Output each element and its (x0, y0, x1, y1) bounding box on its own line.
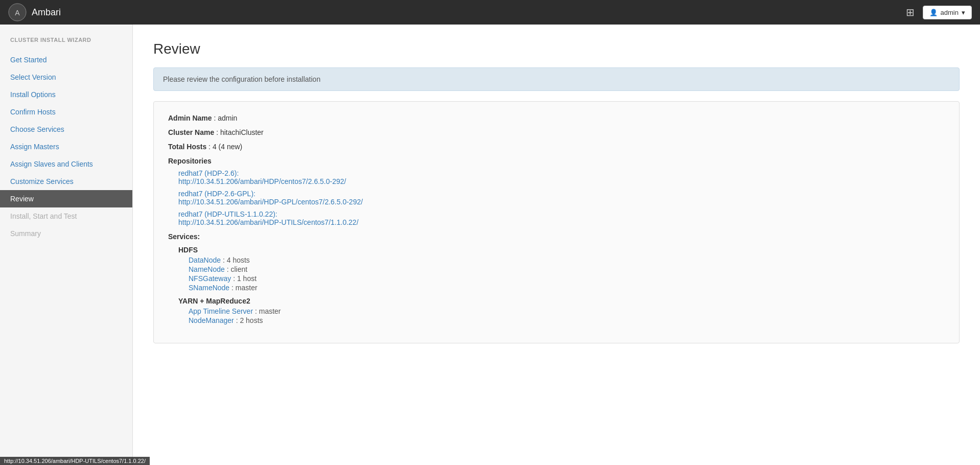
review-box[interactable]: Admin Name : admin Cluster Name : hitach… (153, 101, 960, 343)
service-group-hdfs: HDFS (178, 246, 945, 254)
sidebar-item-confirm-hosts[interactable]: Confirm Hosts (0, 103, 132, 121)
brand: A Ambari (8, 3, 61, 21)
caret-down-icon: ▾ (962, 9, 965, 16)
sidebar-item-summary: Summary (0, 225, 132, 242)
services-field: Services: HDFS DataNode : 4 hosts NameNo… (168, 232, 945, 324)
repositories-field: Repositories redhat7 (HDP-2.6): http://1… (168, 157, 945, 226)
services-label: Services: (168, 232, 945, 241)
sidebar-item-customize-services[interactable]: Customize Services (0, 173, 132, 190)
sidebar-item-get-started[interactable]: Get Started (0, 51, 132, 68)
service-component-snamenode: SNameNode : master (189, 284, 945, 292)
navbar: A Ambari ⊞ 👤 admin ▾ (0, 0, 980, 25)
main-content: Review Please review the configuration b… (133, 25, 980, 465)
admin-button[interactable]: 👤 admin ▾ (923, 6, 972, 19)
main-layout: CLUSTER INSTALL WIZARD Get Started Selec… (0, 25, 980, 465)
page-title: Review (153, 41, 960, 57)
total-hosts-value: 4 (4 new) (213, 143, 242, 151)
repo-hdp26-name: redhat7 (HDP-2.6): (178, 169, 239, 177)
repo-hdp26-gpl: redhat7 (HDP-2.6-GPL): http://10.34.51.2… (178, 190, 945, 206)
admin-name-field: Admin Name : admin (168, 114, 945, 122)
ambari-logo: A (8, 3, 27, 21)
service-component-datanode: DataNode : 4 hosts (189, 256, 945, 264)
total-hosts-field: Total Hosts : 4 (4 new) (168, 143, 945, 151)
status-bar: http://10.34.51.206/ambari/HDP-UTILS/cen… (0, 457, 150, 465)
cluster-name-value: hitachiCluster (220, 128, 264, 136)
sidebar-item-assign-slaves[interactable]: Assign Slaves and Clients (0, 155, 132, 173)
repositories-label: Repositories (168, 157, 945, 165)
services-block: HDFS DataNode : 4 hosts NameNode : clien… (178, 246, 945, 324)
sidebar-item-install-options[interactable]: Install Options (0, 86, 132, 103)
repo-hdp-utils-url: http://10.34.51.206/ambari/HDP-UTILS/cen… (178, 218, 945, 226)
admin-label: admin (941, 9, 959, 16)
repo-hdp26-gpl-url: http://10.34.51.206/ambari/HDP-GPL/cento… (178, 198, 945, 206)
sidebar-item-select-version[interactable]: Select Version (0, 68, 132, 86)
repo-hdp-utils-name: redhat7 (HDP-UTILS-1.1.0.22): (178, 210, 277, 218)
sidebar-section-title: CLUSTER INSTALL WIZARD (0, 37, 132, 51)
service-component-namenode: NameNode : client (189, 265, 945, 273)
user-icon: 👤 (929, 9, 938, 16)
repo-hdp26-gpl-name: redhat7 (HDP-2.6-GPL): (178, 190, 255, 198)
service-component-nfsgateway: NFSGateway : 1 host (189, 274, 945, 283)
service-group-yarn: YARN + MapReduce2 (178, 297, 945, 305)
sidebar-item-install-start-test: Install, Start and Test (0, 207, 132, 225)
admin-name-value: admin (218, 114, 237, 122)
repo-hdp-utils: redhat7 (HDP-UTILS-1.1.0.22): http://10.… (178, 210, 945, 226)
repo-hdp26-url: http://10.34.51.206/ambari/HDP/centos7/2… (178, 177, 945, 185)
sidebar-item-assign-masters[interactable]: Assign Masters (0, 138, 132, 155)
navbar-right: ⊞ 👤 admin ▾ (906, 6, 972, 19)
svg-text:A: A (15, 9, 20, 17)
info-banner: Please review the configuration before i… (153, 67, 960, 91)
brand-name: Ambari (32, 7, 61, 18)
service-component-app-timeline: App Timeline Server : master (189, 307, 945, 315)
total-hosts-label: Total Hosts (168, 143, 206, 151)
grid-icon[interactable]: ⊞ (906, 6, 915, 18)
repo-hdp26: redhat7 (HDP-2.6): http://10.34.51.206/a… (178, 169, 945, 185)
cluster-name-field: Cluster Name : hitachiCluster (168, 128, 945, 136)
info-message: Please review the configuration before i… (163, 75, 320, 83)
service-component-nodemanager: NodeManager : 2 hosts (189, 316, 945, 324)
sidebar-item-review[interactable]: Review (0, 190, 132, 207)
sidebar-item-choose-services[interactable]: Choose Services (0, 121, 132, 138)
admin-name-label: Admin Name (168, 114, 212, 122)
cluster-name-label: Cluster Name (168, 128, 214, 136)
sidebar: CLUSTER INSTALL WIZARD Get Started Selec… (0, 25, 133, 465)
